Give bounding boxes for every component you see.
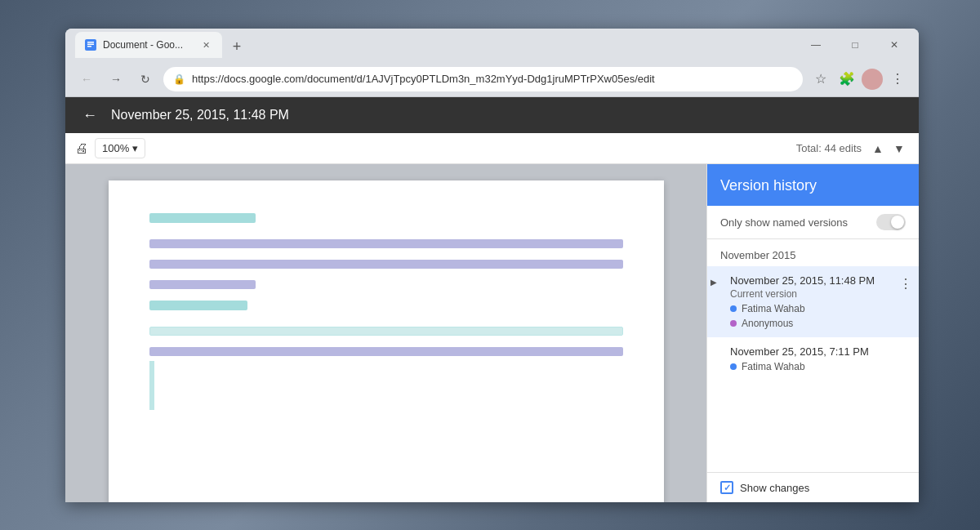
version-user-2a: Fatima Wahab xyxy=(730,361,906,372)
minimize-button[interactable]: — xyxy=(798,32,834,58)
print-icon[interactable]: 🖨 xyxy=(75,141,88,156)
prev-edit-button[interactable]: ▲ xyxy=(868,139,888,158)
text-line-3 xyxy=(149,260,623,269)
main-content: Version history Only show named versions… xyxy=(65,164,919,502)
text-line-2 xyxy=(149,239,623,248)
expand-icon: ▶ xyxy=(710,278,717,287)
version-history-title: Version history xyxy=(720,177,817,194)
back-button[interactable]: ← xyxy=(75,68,98,91)
title-bar: Document - Goo... ✕ + — □ ✕ xyxy=(65,29,919,61)
month-header: November 2015 xyxy=(707,239,919,266)
zoom-value: 100% xyxy=(102,142,129,154)
reload-button[interactable]: ↻ xyxy=(134,68,157,91)
maximize-button[interactable]: □ xyxy=(837,32,873,58)
tab-bar: Document - Goo... ✕ + xyxy=(72,32,798,58)
toolbar-icons: ☆ 🧩 ⋮ xyxy=(809,68,909,91)
user-dot-2a xyxy=(730,363,737,370)
doc-area: ← November 25, 2015, 11:48 PM 🖨 100% ▾ T… xyxy=(65,97,919,502)
docs-toolbar: ← November 25, 2015, 11:48 PM xyxy=(65,97,919,133)
version-user-1b: Anonymous xyxy=(730,318,906,329)
user-dot-1a xyxy=(730,305,737,312)
version-footer: ✓ Show changes xyxy=(707,472,919,502)
show-changes-label: Show changes xyxy=(740,482,809,494)
named-versions-toggle[interactable] xyxy=(876,214,906,230)
address-bar: ← → ↻ 🔒 https://docs.google.com/document… xyxy=(65,61,919,97)
version-more-icon[interactable]: ⋮ xyxy=(899,276,912,292)
profile-avatar[interactable] xyxy=(862,69,883,90)
text-line-7 xyxy=(149,347,623,356)
zoom-dropdown-icon: ▾ xyxy=(132,142,138,154)
toggle-knob xyxy=(891,216,904,229)
text-line-1 xyxy=(149,213,256,223)
tab-favicon xyxy=(85,39,96,51)
bookmark-icon[interactable]: ☆ xyxy=(809,68,832,91)
total-edits: Total: 44 edits xyxy=(796,142,862,154)
doc-page xyxy=(109,180,664,502)
show-changes-checkbox[interactable]: ✓ xyxy=(720,481,733,494)
user-name-1b: Anonymous xyxy=(742,318,793,329)
checkbox-check: ✓ xyxy=(724,483,731,493)
version-panel: Version history Only show named versions… xyxy=(706,164,919,502)
svg-rect-1 xyxy=(87,44,94,46)
text-line-4 xyxy=(149,280,256,289)
url-text: https://docs.google.com/document/d/1AJVj… xyxy=(192,73,793,85)
text-line-5 xyxy=(149,301,247,310)
new-tab-button[interactable]: + xyxy=(225,35,248,58)
tab-title: Document - Goo... xyxy=(103,39,193,51)
window-controls: — □ ✕ xyxy=(798,32,912,58)
text-line-6 xyxy=(149,327,623,336)
svg-rect-0 xyxy=(87,42,94,43)
version-history-header: Version history xyxy=(707,164,919,206)
version-list: November 2015 ▶ November 25, 2015, 11:48… xyxy=(707,239,919,472)
user-name-1a: Fatima Wahab xyxy=(742,303,805,314)
zoom-selector[interactable]: 100% ▾ xyxy=(95,138,145,158)
svg-rect-2 xyxy=(87,46,91,47)
secondary-toolbar: 🖨 100% ▾ Total: 44 edits ▲ ▼ xyxy=(65,133,919,164)
browser-tab[interactable]: Document - Goo... ✕ xyxy=(75,32,222,58)
edit-navigation: ▲ ▼ xyxy=(868,139,909,158)
forward-button[interactable]: → xyxy=(105,68,127,91)
doc-canvas-area xyxy=(65,164,706,502)
version-user-1a: Fatima Wahab xyxy=(730,303,906,314)
menu-icon[interactable]: ⋮ xyxy=(886,68,909,91)
url-bar[interactable]: 🔒 https://docs.google.com/document/d/1AJ… xyxy=(163,67,803,91)
close-button[interactable]: ✕ xyxy=(876,32,912,58)
browser-window: Document - Goo... ✕ + — □ ✕ ← → ↻ 🔒 http… xyxy=(65,29,919,502)
version-item-2[interactable]: November 25, 2015, 7:11 PM Fatima Wahab xyxy=(707,337,919,381)
doc-title: November 25, 2015, 11:48 PM xyxy=(111,108,906,122)
tab-close-button[interactable]: ✕ xyxy=(199,38,212,51)
user-dot-1b xyxy=(730,320,737,327)
version-date-1: November 25, 2015, 11:48 PM xyxy=(730,274,906,287)
next-edit-button[interactable]: ▼ xyxy=(889,139,909,158)
version-date-2: November 25, 2015, 7:11 PM xyxy=(730,345,906,358)
extension-icon[interactable]: 🧩 xyxy=(835,68,858,91)
docs-back-button[interactable]: ← xyxy=(78,104,101,127)
lock-icon: 🔒 xyxy=(173,73,185,85)
named-versions-label: Only show named versions xyxy=(720,216,848,229)
version-label-current: Current version xyxy=(730,288,906,300)
user-name-2a: Fatima Wahab xyxy=(742,361,805,372)
named-versions-row: Only show named versions xyxy=(707,206,919,239)
version-item-current[interactable]: ▶ November 25, 2015, 11:48 PM Current ve… xyxy=(707,266,919,337)
